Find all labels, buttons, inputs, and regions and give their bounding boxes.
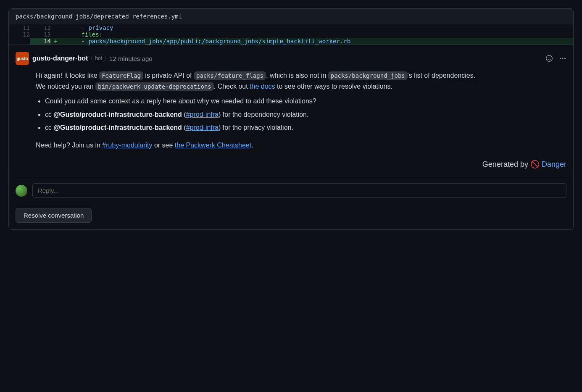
- reply-input[interactable]: [32, 183, 566, 198]
- inline-code: bin/packwerk update-deprecations: [95, 82, 214, 91]
- text: We noticed you ran: [36, 83, 95, 90]
- kebab-icon[interactable]: [559, 55, 566, 62]
- emoji-icon[interactable]: [545, 55, 553, 62]
- mention[interactable]: @Gusto/product-infrastructure-backend: [53, 111, 182, 118]
- inline-code: packs/background_jobs: [328, 71, 408, 80]
- file-path-header[interactable]: packs/background_jobs/deprecated_referen…: [9, 9, 573, 24]
- text: . Check out: [214, 83, 250, 90]
- diff-content: files:: [60, 31, 573, 38]
- review-thread: packs/background_jobs/deprecated_referen…: [8, 8, 574, 230]
- diff-marker: [51, 31, 60, 38]
- text: or see: [152, 142, 174, 149]
- line-num-new: 13: [30, 31, 51, 38]
- comment-body: Hi again! It looks like FeatureFlag is p…: [36, 70, 566, 170]
- text: is private API of: [143, 72, 194, 79]
- text: cc: [45, 111, 53, 118]
- line-num-new: 14: [30, 38, 51, 45]
- diff-marker: [51, 24, 60, 31]
- svg-point-3: [560, 58, 561, 59]
- generated-by: Generated by 🚫 Danger: [36, 158, 566, 171]
- danger-link[interactable]: Danger: [542, 160, 566, 168]
- list-item: cc @Gusto/product-infrastructure-backend…: [45, 122, 566, 133]
- text: cc: [45, 124, 53, 131]
- file-path: packs/background_jobs/deprecated_referen…: [16, 13, 182, 20]
- comment: gusto gusto-danger-bot bot 12 minutes ag…: [9, 45, 573, 170]
- diff-row[interactable]: 1213 files:: [9, 31, 573, 38]
- line-num-new: 12: [30, 24, 51, 31]
- text: ) for the privacy violation.: [219, 124, 293, 131]
- line-num-old: 11: [9, 24, 30, 31]
- text: Hi again! It looks like: [36, 72, 99, 79]
- text: .: [251, 142, 253, 149]
- diff-row[interactable]: 14+ - packs/background_jobs/app/public/b…: [9, 38, 573, 45]
- user-avatar[interactable]: [16, 185, 27, 197]
- diff-content: - privacy: [60, 24, 573, 31]
- resolve-button[interactable]: Resolve conversation: [16, 208, 92, 223]
- resolve-row: Resolve conversation: [9, 203, 573, 229]
- bot-avatar[interactable]: gusto: [16, 52, 29, 65]
- inline-code: FeatureFlag: [99, 71, 143, 80]
- channel-link[interactable]: #prod-infra: [186, 124, 219, 131]
- text: (: [182, 124, 186, 131]
- docs-link[interactable]: the docs: [250, 83, 275, 90]
- svg-point-0: [546, 55, 553, 62]
- channel-link[interactable]: #prod-infra: [186, 111, 219, 118]
- no-entry-icon: 🚫: [530, 158, 540, 171]
- svg-point-1: [548, 58, 548, 58]
- comment-timestamp[interactable]: 12 minutes ago: [109, 55, 153, 62]
- comment-header: gusto gusto-danger-bot bot 12 minutes ag…: [16, 52, 566, 65]
- channel-link[interactable]: #ruby-modularity: [102, 142, 152, 149]
- text: ) for the dependency violation.: [219, 111, 308, 118]
- diff-content: - packs/background_jobs/app/public/backg…: [60, 38, 573, 45]
- mention[interactable]: @Gusto/product-infrastructure-backend: [53, 124, 182, 131]
- list-item: cc @Gusto/product-infrastructure-backend…: [45, 109, 566, 120]
- text: Need help? Join us in: [36, 142, 102, 149]
- comment-author[interactable]: gusto-danger-bot: [32, 55, 88, 62]
- text: 's list of dependencies.: [408, 72, 475, 79]
- text: , which is also not in: [266, 72, 328, 79]
- diff-row[interactable]: 1112 - privacy: [9, 24, 573, 31]
- svg-point-4: [562, 58, 563, 59]
- svg-point-2: [550, 58, 550, 58]
- line-num-old: [9, 38, 30, 45]
- text: to see other ways to resolve violations.: [275, 83, 392, 90]
- text: (: [182, 111, 186, 118]
- line-num-old: 12: [9, 31, 30, 38]
- bot-badge: bot: [91, 55, 106, 62]
- svg-point-5: [564, 58, 566, 59]
- diff-marker: +: [51, 38, 60, 45]
- cheatsheet-link[interactable]: the Packwerk Cheatsheet: [175, 142, 251, 149]
- text: Generated by: [482, 160, 530, 168]
- inline-code: packs/feature_flags: [194, 71, 266, 80]
- reply-row: [9, 178, 573, 203]
- diff-table: 1112 - privacy1213 files:14+ - packs/bac…: [9, 24, 573, 45]
- list-item: Could you add some context as a reply he…: [45, 96, 566, 107]
